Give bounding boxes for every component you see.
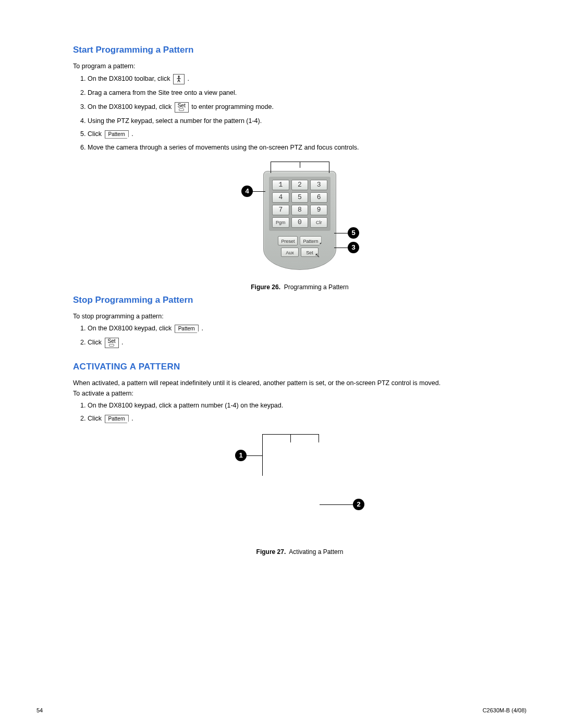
callout-line (300, 162, 300, 168)
step-text: Click (88, 339, 102, 346)
keypad-key-9: 9 (310, 205, 327, 215)
steps-activating: On the DX8100 keypad, click a pattern nu… (73, 401, 527, 424)
keypad-aux: Aux (281, 248, 299, 257)
step-text: On the DX8100 keypad, click (88, 325, 172, 332)
callout-line (262, 434, 263, 476)
figure-26-text: Programming a Pattern (284, 283, 349, 291)
step-2: Drag a camera from the Site tree onto a … (88, 89, 527, 98)
step-2: Click Pattern . (88, 414, 527, 424)
keypad-key-6: 6 (310, 192, 327, 203)
step-text: Click (88, 130, 102, 138)
person-icon (173, 74, 185, 84)
step-text: Click (88, 415, 102, 422)
figure-27-text: Activating a Pattern (289, 548, 343, 556)
figure-26-caption: Figure 26. Programming a Pattern (73, 283, 527, 291)
step-1: On the DX8100 toolbar, click . (88, 74, 527, 84)
step-1: On the DX8100 keypad, click a pattern nu… (88, 401, 527, 411)
keypad-key-8: 8 (291, 205, 309, 215)
callout-4: 4 (241, 186, 253, 197)
step-2: Click Set . (88, 338, 527, 348)
keypad-pattern: Pattern ↖ (300, 236, 321, 245)
keypad-set: Set ↖ (301, 248, 319, 257)
doc-id: C2630M-B (4/08) (483, 707, 527, 713)
keypad-key-2: 2 (291, 180, 309, 190)
heading-stop-programming: Stop Programming a Pattern (73, 295, 527, 305)
page-footer: 54 C2630M-B (4/08) (36, 707, 527, 713)
step-text: . (121, 339, 123, 346)
keypad-key-clr: Clr (310, 217, 327, 228)
steps-start-programming: On the DX8100 toolbar, click . Drag a ca… (73, 74, 527, 152)
step-1: On the DX8100 keypad, click Pattern . (88, 324, 527, 334)
figure-26: 4 5 3 1 2 3 4 5 (73, 161, 527, 291)
step-6: Move the camera through a series of move… (88, 143, 527, 153)
callout-line (329, 162, 329, 173)
cursor-icon: ↖ (315, 252, 320, 259)
intro-text-2: To activate a pattern: (73, 390, 527, 397)
pattern-button-icon: Pattern (105, 415, 129, 423)
keypad-key-3: 3 (310, 180, 327, 190)
set-button-icon: Set (105, 338, 119, 348)
step-text: . (131, 415, 133, 422)
callout-line (290, 434, 291, 442)
keypad-key-pgm: Pgm (272, 217, 289, 228)
intro-text: To program a pattern: (73, 63, 527, 70)
intro-text: To stop programming a pattern: (73, 313, 527, 320)
pattern-button-icon: Pattern (105, 130, 129, 139)
step-5: Click Pattern . (88, 130, 527, 139)
keypad-key-0: 0 (291, 217, 309, 228)
callout-1: 1 (235, 450, 247, 461)
figure-27: 1 2 Figure 27. Activating a Pattern (73, 432, 527, 556)
keypad-key-1: 1 (272, 180, 289, 190)
keypad-preset: Preset (278, 236, 298, 245)
pattern-button-icon: Pattern (175, 325, 199, 333)
steps-stop-programming: On the DX8100 keypad, click Pattern . Cl… (73, 324, 527, 348)
keypad-key-5: 5 (291, 192, 309, 203)
step-text: . (201, 325, 203, 332)
keypad-key-4: 4 (272, 192, 289, 203)
callout-line (253, 191, 265, 192)
figure-26-label: Figure 26. (251, 283, 280, 291)
callout-line (247, 455, 262, 456)
step-text: . (131, 130, 133, 138)
callout-line (271, 162, 329, 162)
figure-27-label: Figure 27. (256, 548, 286, 556)
intro-text: When activated, a pattern will repeat in… (73, 379, 527, 387)
step-3: On the DX8100 keypad, click Set to enter… (88, 102, 527, 113)
keypad-key-7: 7 (272, 205, 289, 215)
figure-27-caption: Figure 27. Activating a Pattern (73, 548, 527, 556)
step-text: On the DX8100 toolbar, click (88, 75, 170, 82)
heading-activating-pattern: ACTIVATING A PATTERN (73, 362, 527, 372)
step-text: to enter programming mode. (191, 103, 274, 110)
step-4: Using the PTZ keypad, select a number fo… (88, 117, 527, 126)
callout-line (320, 504, 353, 505)
callout-line (334, 248, 348, 248)
svg-point-0 (178, 76, 179, 77)
callout-3: 3 (348, 242, 359, 253)
callout-2: 2 (353, 499, 364, 510)
callout-line (319, 434, 319, 442)
heading-start-programming: Start Programming a Pattern (73, 45, 527, 55)
step-text: On the DX8100 keypad, click (88, 103, 172, 110)
callout-5: 5 (348, 227, 359, 239)
step-text: . (187, 75, 189, 82)
page-number: 54 (36, 707, 43, 713)
keypad: 1 2 3 4 5 6 7 8 9 Pgm (263, 171, 336, 270)
callout-line (334, 233, 348, 233)
callout-line (271, 162, 271, 173)
set-button-icon: Set (175, 102, 189, 113)
keypad-pattern-label: Pattern (303, 239, 318, 244)
keypad-set-label: Set (306, 250, 313, 255)
